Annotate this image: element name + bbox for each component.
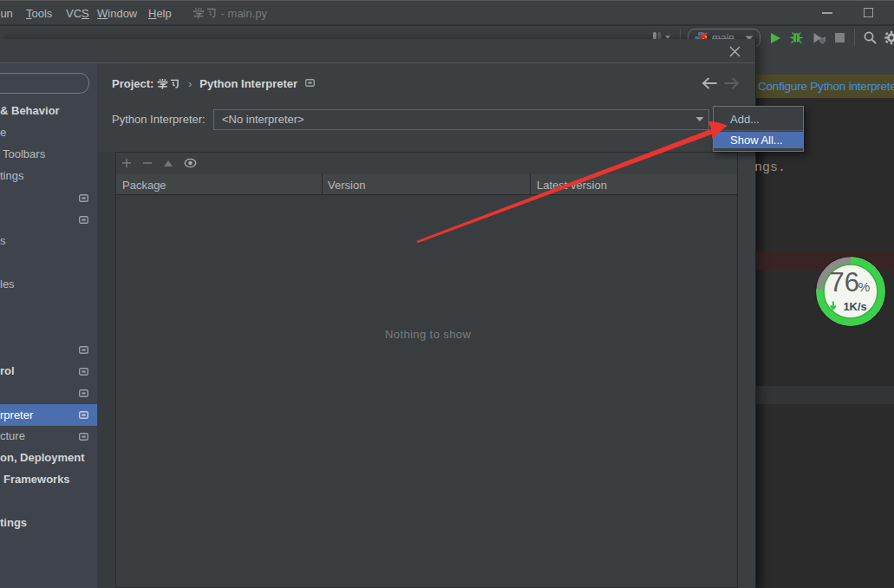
svg-text:1K/s: 1K/s — [843, 300, 866, 313]
svg-text:%: % — [858, 279, 871, 294]
svg-text:76: 76 — [830, 267, 859, 297]
